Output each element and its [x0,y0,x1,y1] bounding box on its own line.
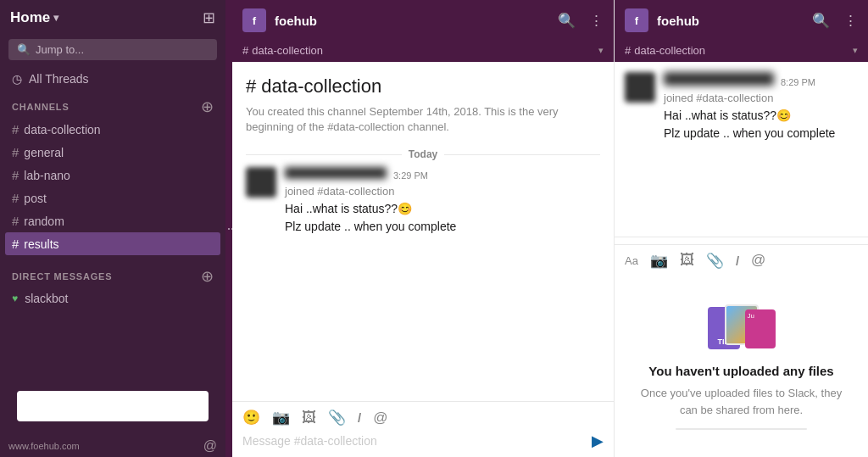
channel-item-results[interactable]: # results [5,232,220,255]
right-message-sender [664,72,774,86]
sidebar-footer: www.foehub.com @ [0,435,225,457]
date-divider: Today [246,148,600,160]
hash-icon: # [12,214,19,228]
right-message-line-1: Hai ..what is status??😊 [664,107,858,125]
files-bottom-line [676,428,807,430]
right-message-meta: 8:29 PM [664,72,858,87]
avatar [246,167,276,198]
channel-title-large: # data-collection [246,75,600,98]
channel-name: random [24,215,64,228]
channel-name: data-collection [24,123,100,137]
chat-input-field[interactable]: Message #data-collection ▶ [242,432,604,450]
workspace-name: foehub [275,14,549,28]
right-message-content: 8:29 PM joined #data-collection Hai ..wh… [664,72,858,142]
left-panel-divider: ⋮ [225,0,232,457]
right-header-icons: 🔍 ⋮ [812,12,858,30]
hash-icon: # [625,44,631,57]
camera-icon[interactable]: 📷 [650,252,668,270]
main-chat-panel: f foehub 🔍 ⋮ # data-collection ▾ # data-… [232,0,614,457]
message-group: 3:29 PM joined #data-collection Hai ..wh… [246,167,600,236]
search-icon[interactable]: 🔍 [558,12,576,30]
dm-section-header: DIRECT MESSAGES ⊕ [0,260,225,287]
at-icon[interactable]: @ [203,438,217,454]
input-toolbar: 🙂 📷 🖼 📎 / @ [242,409,604,426]
right-message-line-2: Plz update .. when you complete [664,125,858,142]
main-channel-bar[interactable]: # data-collection ▾ [232,41,614,62]
hash-icon: # [242,44,248,57]
emoji-icon[interactable]: 🙂 [242,409,260,426]
panels-wrapper: ⋮ f foehub 🔍 ⋮ # data-collection ▾ # dat… [225,0,868,457]
right-avatar [625,72,655,103]
file-card-pink: Ju [745,309,776,348]
heart-icon: ♥ [12,293,18,304]
attach-icon[interactable]: 📎 [706,252,724,270]
right-chat-header: f foehub 🔍 ⋮ [615,0,868,41]
right-workspace-name: foehub [657,14,804,28]
image-icon[interactable]: 🖼 [302,410,316,426]
workspace-icon: f [242,8,266,32]
right-panel: f foehub 🔍 ⋮ # data-collection ▾ 8:29 [614,0,868,457]
channel-bar-label: data-collection [252,44,323,57]
channels-label: CHANNELS [12,102,70,112]
sidebar: Home ▾ ⊞ 🔍 Jump to... ◷ All Threads CHAN… [0,0,225,457]
message-time: 3:29 PM [393,170,428,181]
text-aa-icon[interactable]: Aa [625,254,638,267]
message-meta: 3:29 PM [285,167,600,181]
hash-icon: # [12,145,19,159]
search-icon[interactable]: 🔍 [812,12,830,30]
right-channel-bar[interactable]: # data-collection ▾ [615,41,868,62]
hash-icon: # [12,191,19,205]
right-panel-messages: 8:29 PM joined #data-collection Hai ..wh… [615,62,868,230]
more-icon[interactable]: ⋮ [589,12,604,30]
message-text: joined #data-collection [285,182,600,200]
dm-label: DIRECT MESSAGES [12,271,112,281]
send-button[interactable]: ▶ [592,432,604,450]
panel-divider [615,237,868,237]
input-placeholder: Message #data-collection [242,434,585,448]
files-illustration: TIP Ju [708,303,776,354]
at-icon[interactable]: @ [751,252,765,269]
channel-name: general [24,146,64,159]
right-message-text: joined #data-collection [664,89,858,107]
attach-icon[interactable]: 📎 [328,409,346,426]
right-input-toolbar: Aa 📷 🖼 📎 / @ [615,244,868,276]
all-threads-item[interactable]: ◷ All Threads [0,67,225,91]
right-channel-bar-chevron: ▾ [853,45,858,56]
channel-item-random[interactable]: # random [0,209,225,232]
message-sender [285,167,387,179]
right-message-time: 8:29 PM [781,77,815,87]
message-line-2: Plz update .. when you complete [285,218,600,236]
sidebar-input-wrapper [0,377,225,435]
add-dm-button[interactable]: ⊕ [201,269,214,284]
channel-item-lab-nano[interactable]: # lab-nano [0,164,225,187]
footer-text: www.foehub.com [8,441,80,451]
add-channel-button[interactable]: ⊕ [201,99,214,114]
dm-name: slackbot [25,292,68,305]
dm-item-slackbot[interactable]: ♥ slackbot [0,287,225,309]
channel-item-data-collection[interactable]: # data-collection [0,118,225,141]
search-icon: 🔍 [17,43,31,56]
grid-icon[interactable]: ⊞ [203,8,215,27]
channel-item-post[interactable]: # post [0,187,225,209]
search-bar[interactable]: 🔍 Jump to... [8,39,217,60]
hash-icon: # [12,168,19,182]
channel-name: results [24,237,58,251]
camera-icon[interactable]: 📷 [272,409,290,426]
sidebar-title[interactable]: Home ▾ [10,9,58,26]
home-label: Home [10,9,50,26]
right-channel-bar-label: data-collection [634,44,705,57]
channel-item-general[interactable]: # general [0,141,225,164]
slash-icon[interactable]: / [358,410,361,425]
chevron-down-icon: ▾ [53,12,58,24]
message-content: 3:29 PM joined #data-collection Hai ..wh… [285,167,600,236]
all-threads-label: All Threads [29,72,89,86]
header-icons: 🔍 ⋮ [558,12,604,30]
right-workspace-icon: f [625,8,648,32]
image-icon[interactable]: 🖼 [680,252,694,269]
more-icon[interactable]: ⋮ [843,12,858,30]
threads-icon: ◷ [12,72,22,86]
main-chat-input-area: 🙂 📷 🖼 📎 / @ Message #data-collection ▶ [232,401,614,457]
sidebar-message-input[interactable] [17,391,209,421]
slash-icon[interactable]: / [736,254,739,268]
at-icon[interactable]: @ [373,410,387,426]
